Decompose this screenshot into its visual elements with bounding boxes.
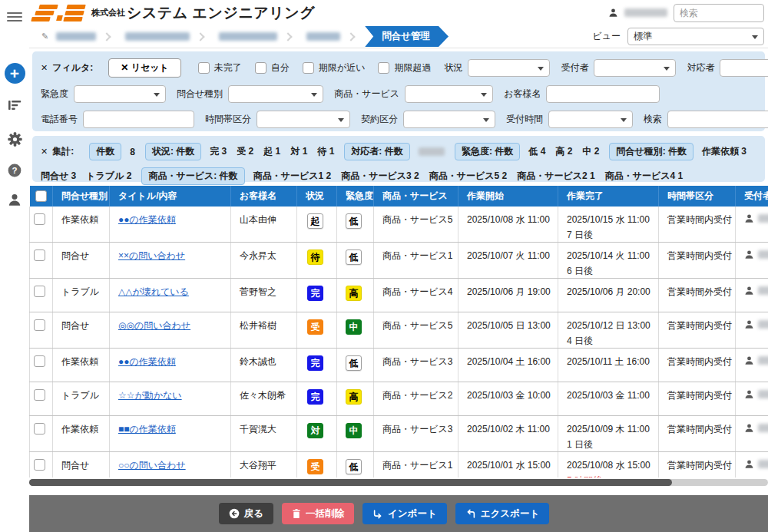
- filter-select-inquiry-type[interactable]: [228, 85, 323, 103]
- select-all-checkbox[interactable]: [35, 190, 47, 202]
- add-icon[interactable]: +: [5, 63, 25, 84]
- title-link[interactable]: △△が壊れている: [118, 286, 189, 297]
- breadcrumb-tab-redacted[interactable]: [211, 32, 299, 41]
- work-start-cell: 2025/10/03 金 10:00: [458, 382, 558, 416]
- title-link[interactable]: ☆☆が動かない: [118, 390, 182, 401]
- title-link[interactable]: ●●の作業依頼: [118, 356, 176, 367]
- horizontal-scrollbar-thumb[interactable]: [29, 479, 672, 486]
- summary-stat: トラブル 2: [86, 170, 131, 183]
- breadcrumb-tab-redacted[interactable]: [118, 32, 211, 41]
- filter-checkbox-mine[interactable]: 自分: [255, 61, 290, 74]
- receiver-cell: [736, 416, 768, 452]
- product-cell: 商品・サービス3: [374, 349, 458, 382]
- summary-chip[interactable]: 問合せ種別: 件数: [609, 143, 694, 160]
- row-select-cell: [30, 416, 53, 452]
- work-end-note: 7 日後: [567, 229, 655, 242]
- filter-select-urgency[interactable]: [74, 85, 166, 103]
- menu-icon[interactable]: [7, 10, 22, 24]
- filter-select-reception-time[interactable]: [548, 111, 633, 128]
- summary-chip[interactable]: 商品・サービス: 件数: [141, 167, 244, 185]
- checkbox-deadline-over[interactable]: [378, 62, 389, 74]
- work-end-cell: 2025/10/15 水 11:007 日後: [558, 207, 659, 243]
- tab-inquiry-management[interactable]: 問合せ管理: [365, 26, 449, 47]
- filter-select-product-service[interactable]: [405, 85, 493, 103]
- receiver-name-redacted: [758, 250, 768, 259]
- row-checkbox[interactable]: [34, 249, 45, 261]
- redacted-tab-label: [56, 32, 96, 41]
- row-checkbox[interactable]: [34, 423, 45, 435]
- breadcrumb-tab-redacted[interactable]: ✎: [34, 31, 118, 41]
- filter-field-label: 検索: [644, 113, 662, 126]
- checkbox-mine[interactable]: [255, 62, 266, 74]
- clear-filter-icon[interactable]: ✕: [41, 63, 48, 72]
- filter-checkbox-deadline-over[interactable]: 期限超過: [378, 61, 431, 74]
- filter-select-receiver[interactable]: [594, 59, 676, 77]
- global-search-input[interactable]: [674, 4, 764, 22]
- export-button[interactable]: エクスポート: [455, 503, 549, 524]
- receiver-cell: [736, 312, 768, 349]
- category-cell: 問合せ: [53, 243, 110, 279]
- filter-field-handler: 対応者: [687, 59, 768, 77]
- account-icon[interactable]: [0, 193, 29, 207]
- row-checkbox[interactable]: [34, 319, 45, 331]
- receiver-cell: [736, 243, 768, 279]
- row-checkbox[interactable]: [34, 355, 45, 367]
- title-link[interactable]: ■■の作業依頼: [118, 424, 176, 435]
- row-checkbox[interactable]: [34, 213, 45, 225]
- filter-input-customer-name[interactable]: [546, 85, 660, 103]
- receiver-name-redacted: [758, 214, 768, 223]
- customer-cell: 松井裕樹: [231, 312, 297, 349]
- bulk-delete-button[interactable]: 一括削除: [282, 503, 354, 524]
- column-header: 問合せ種別: [53, 186, 110, 207]
- inquiry-table-wrap: 問合せ種別タイトル/内容お客様名状況緊急度商品・サービス作業開始作業完了時間帯区…: [29, 186, 768, 477]
- summary-chip[interactable]: 対応者: 件数: [344, 143, 409, 160]
- receiver-name-redacted: [758, 286, 768, 295]
- work-end-note: 1 日後: [567, 438, 655, 451]
- filter-checkbox-deadline-near[interactable]: 期限が近い: [303, 61, 366, 74]
- checkbox-incomplete[interactable]: [198, 62, 210, 74]
- work-end-cell: 2025/10/09 木 11:001 日後: [558, 416, 659, 452]
- column-header: 商品・サービス: [374, 186, 458, 207]
- receiver-cell: [736, 279, 768, 312]
- title-link[interactable]: ●●の作業依頼: [118, 214, 176, 225]
- summary-stat: 8: [130, 147, 135, 157]
- row-checkbox[interactable]: [34, 459, 45, 471]
- row-checkbox[interactable]: [34, 286, 45, 297]
- time-slot-cell: 営業時間内受付: [659, 382, 736, 416]
- filter-select-handler[interactable]: [720, 59, 768, 77]
- status-badge: 完: [307, 355, 323, 371]
- title-link[interactable]: ○○の問い合わせ: [118, 460, 186, 471]
- row-checkbox[interactable]: [34, 389, 45, 401]
- summary-chip[interactable]: 緊急度: 件数: [455, 143, 520, 160]
- title-link[interactable]: ××の問い合わせ: [118, 250, 185, 261]
- reset-button[interactable]: ✕ リセット: [108, 58, 181, 78]
- filter-input-phone-number[interactable]: [83, 111, 194, 128]
- time-slot-cell: 営業時間内受付: [659, 312, 736, 349]
- clear-summary-icon[interactable]: ✕: [41, 147, 48, 156]
- column-header: お客様名: [231, 186, 297, 207]
- chevron-right-icon: [284, 32, 293, 41]
- filter-select-status[interactable]: [468, 59, 550, 77]
- filter-select-time-slot[interactable]: [257, 111, 350, 128]
- summary-chip[interactable]: 件数: [89, 143, 121, 160]
- export-label: エクスポート: [481, 507, 539, 520]
- sort-bars-icon[interactable]: [0, 99, 29, 111]
- help-icon[interactable]: ?: [0, 164, 29, 177]
- view-select[interactable]: 標準: [627, 28, 764, 45]
- filter-field-label: 契約区分: [361, 113, 398, 126]
- gear-icon[interactable]: [0, 132, 29, 147]
- work-start-cell: 2025/10/07 火 11:00: [458, 243, 558, 279]
- breadcrumb-tab-redacted[interactable]: [299, 32, 362, 41]
- title-cell: ××の問い合わせ: [110, 243, 231, 279]
- import-button[interactable]: インポート: [362, 503, 447, 524]
- filter-checkbox-incomplete[interactable]: 未完了: [198, 61, 242, 74]
- title-link[interactable]: ◎◎の問い合わせ: [118, 320, 190, 331]
- work-start-cell: 2025/10/01 水 15:00: [458, 452, 558, 478]
- checkbox-deadline-near[interactable]: [303, 62, 314, 74]
- horizontal-scrollbar[interactable]: [29, 479, 768, 486]
- filter-select-contract-type[interactable]: [403, 111, 495, 128]
- filter-input-search[interactable]: [667, 111, 768, 128]
- back-button[interactable]: 戻る: [219, 503, 273, 524]
- summary-chip[interactable]: 状況: 件数: [145, 143, 201, 160]
- summary-stat: 低 4: [528, 145, 545, 158]
